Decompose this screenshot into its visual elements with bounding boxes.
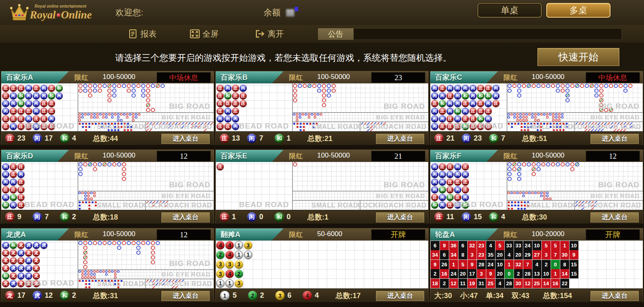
roulette-number: 4 (495, 279, 505, 288)
table-header: 百家乐F 限红 100-50000 12 (430, 150, 643, 162)
bead: 庄 (17, 115, 25, 122)
roulette-number: 24 (449, 269, 458, 278)
table-panel-dragon-tiger[interactable]: 龙虎A 限红 100-50000 12 虎和龙虎虎虎龙龙虎龙龙龙龙龙虎龙龙虎虎虎… (1, 228, 214, 302)
stat-count: 9 (17, 213, 26, 221)
bead: 庄 (232, 108, 239, 115)
roulette-number: 13 (533, 269, 542, 278)
fantan-bead: 3 (225, 260, 234, 269)
table-panel-fantan[interactable]: 翻摊A 限红 50-6000 开牌 44132411333342113 1522… (215, 228, 429, 302)
stat-badge: 3 (275, 291, 285, 300)
fantan-bead: 4 (225, 241, 234, 249)
quick-start-button[interactable]: 快速开始 (537, 48, 619, 66)
bead: 庄 (469, 123, 477, 130)
enter-table-button[interactable]: 进入桌台 (161, 133, 210, 144)
bead: 闲 (462, 194, 469, 201)
small-road (293, 201, 360, 210)
instruction-text: 请选择三个您要开启的游戏按开始游戏，若您未选取任何游戏，系统将替您随机选择。 (115, 52, 452, 64)
bead: 庄 (10, 108, 17, 115)
bead: 和 (17, 92, 25, 100)
enter-table-button[interactable]: 进入桌台 (376, 212, 425, 223)
limit-value: 100-50000 (103, 73, 135, 81)
enter-table-button[interactable]: 进入桌台 (590, 133, 639, 144)
stat-badge: 闲 (247, 212, 256, 222)
bead-plate: 虎和龙虎虎虎龙龙虎龙龙龙龙龙虎龙龙虎虎虎龙和龙虎虎龙龙虎龙龙龙 (1, 241, 78, 288)
status-box: 中场休息 (157, 72, 211, 83)
table-panel-baccarat[interactable]: 百家乐B 限红 100-50000 23 庄闲庄闲庄和庄庄庄庄庄庄庄闲庄闲闲闲庄… (215, 71, 429, 145)
balance-pixel (295, 7, 298, 11)
table-panel-roulette[interactable]: 轮盘A 限红 100-20000 开牌 69366322345333324105… (430, 228, 643, 302)
roulette-number: 35 (486, 250, 495, 259)
roulette-number: 6 (440, 250, 449, 259)
table-panel-baccarat[interactable]: 百家乐E 限红 100-50000 21 庄BEAD ROADBIG ROADB… (215, 149, 429, 224)
bead: 闲 (10, 123, 17, 130)
bead: 庄 (10, 85, 17, 92)
table-panel-baccarat[interactable]: 百家乐A 限红 100-50000 中场休息 庄庄庄闲庄闲庄和庄闲和闲闲闲和闲闲… (1, 71, 214, 145)
leave-icon (255, 29, 265, 38)
roadmap-area: 庄庄庄闲庄闲庄和庄闲和闲闲闲和闲闲闲和闲闲庄庄闲庄庄庄闲庄庄庄庄庄闲庄庄闲庄闲庄… (1, 83, 214, 131)
enter-table-button[interactable]: 进入桌台 (376, 290, 425, 301)
roulette-number: 33 (514, 241, 523, 250)
bead: 闲 (224, 115, 231, 122)
bead: 庄 (477, 100, 484, 107)
big-eye-road (507, 191, 643, 200)
big-road (78, 162, 214, 191)
bead: 庄 (17, 163, 25, 170)
enter-table-button[interactable]: 进入桌台 (590, 290, 639, 301)
small-road (293, 122, 360, 131)
bead: 庄 (462, 115, 469, 122)
bead: 闲 (492, 85, 500, 92)
bead: 闲 (431, 108, 438, 115)
enter-table-button[interactable]: 进入桌台 (161, 290, 210, 301)
stat-count: 23 (474, 134, 483, 143)
table-header: 翻摊A 限红 50-6000 开牌 (216, 228, 428, 241)
enter-table-button[interactable]: 进入桌台 (161, 212, 210, 223)
bead: 庄 (25, 123, 32, 130)
table-panel-baccarat[interactable]: 百家乐C 限红 100-50000 中场休息 闲庄闲闲闲闲庄庄闲闲闲庄闲和闲和和… (430, 71, 643, 145)
bead: 虎 (33, 242, 40, 249)
bead: 虎 (25, 265, 32, 272)
bead: 庄 (10, 163, 17, 170)
bead: 闲 (40, 92, 47, 100)
bead: 和 (462, 123, 469, 130)
roulette-number: 32 (468, 241, 477, 250)
enter-table-button[interactable]: 进入桌台 (376, 133, 425, 144)
bead: 庄 (40, 123, 47, 130)
stat-badge: 龙 (5, 291, 14, 300)
status-text: 12 (180, 152, 188, 161)
bead: 和 (439, 186, 446, 193)
fullscreen-menu-item[interactable]: 全屏 (190, 28, 219, 40)
multi-table-button[interactable]: 多桌 (546, 3, 611, 18)
small-road (507, 201, 574, 210)
bead: 庄 (2, 85, 9, 92)
table-name: 轮盘A (435, 230, 455, 239)
bead: 闲 (439, 115, 446, 122)
report-menu-item[interactable]: 报表 (129, 28, 157, 40)
bead: 闲 (40, 85, 47, 92)
roulette-number: 25 (486, 279, 495, 288)
stat-badge: 和 (275, 134, 284, 143)
table-panel-baccarat[interactable]: 百家乐F 限红 100-50000 12 闲庄庄闲庄闲闲闲闲闲闲闲庄庄庄闲和庄闲… (430, 149, 643, 224)
leave-menu-item[interactable]: 离开 (255, 28, 284, 40)
bead: 庄 (239, 92, 247, 100)
bead: 闲 (10, 100, 17, 107)
bead: 庄 (10, 186, 17, 193)
bead: 庄 (40, 108, 47, 115)
limit-label: 限红 (74, 151, 88, 161)
bead: 庄 (439, 123, 446, 130)
stat-badge: 庄 (220, 212, 229, 222)
total-count: 总数:31 (93, 291, 118, 301)
bead: 庄 (48, 108, 55, 115)
total-count: 总数:17 (336, 291, 361, 301)
roulette-number: 10 (570, 241, 579, 250)
stats-bar: 庄1闲0和0总数:1 进入桌台 (216, 210, 428, 224)
bead: 闲 (56, 92, 63, 100)
roulette-number: 32 (514, 260, 523, 269)
table-panel-baccarat[interactable]: 百家乐D 限红 100-50000 12 闲庄庄闲庄闲闲闲庄庄庄庄闲和庄和闲庄B… (1, 149, 214, 224)
cockroach-road (360, 122, 428, 131)
roulette-number: 12 (449, 279, 458, 288)
stat-count: 7 (45, 213, 54, 221)
roulette-number: 20 (514, 250, 523, 259)
roulette-number: 9 (431, 260, 440, 269)
single-table-button[interactable]: 单桌 (477, 3, 542, 18)
enter-table-button[interactable]: 进入桌台 (590, 212, 639, 223)
